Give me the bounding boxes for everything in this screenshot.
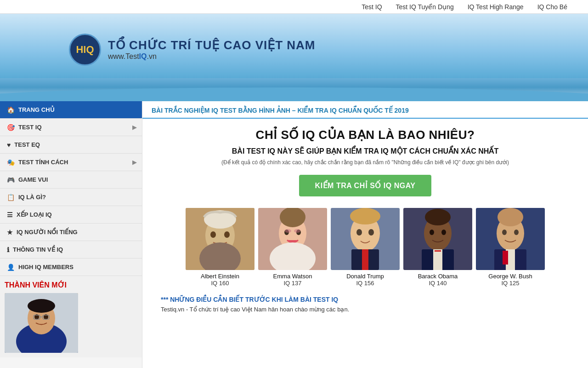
- svg-point-13: [210, 231, 216, 238]
- svg-point-42: [502, 230, 507, 235]
- sidebar-item-iq-nguoi-noi-tieng[interactable]: ★ IQ NGƯỜI NỔI TIẾNG: [0, 224, 142, 241]
- celeb-name-obama: Barack Obama: [403, 273, 472, 280]
- sidebar-item-test-eq[interactable]: ♥ TEST EQ: [0, 136, 142, 154]
- svg-point-14: [224, 231, 230, 238]
- celebrities-row: Albert Einstein IQ 160: [152, 208, 579, 287]
- nav-test-iq-tuyen-dung[interactable]: Test IQ Tuyển Dụng: [389, 0, 461, 14]
- svg-point-22: [285, 229, 291, 233]
- footer-note-text: Testiq.vn - Tổ chức trí tuệ cao Việt Nam…: [161, 306, 570, 313]
- svg-rect-46: [503, 251, 508, 264]
- svg-rect-37: [433, 249, 442, 270]
- sidebar-label-game-vui: GAME VUI: [18, 176, 48, 183]
- celeb-emma: Emma Watson IQ 137: [258, 208, 327, 287]
- info-icon: ℹ: [7, 246, 9, 253]
- main-heading: CHỈ SỐ IQ CỦA BẠN LÀ BAO NHIÊU?: [152, 128, 579, 142]
- celeb-photo-einstein: [186, 208, 254, 270]
- celeb-obama: Barack Obama IQ 140: [403, 208, 472, 287]
- nav-test-iq[interactable]: Test IQ: [355, 0, 389, 14]
- celeb-name-einstein: Albert Einstein: [186, 273, 254, 280]
- celeb-photo-emma: [258, 208, 327, 270]
- top-navigation: Test IQ Test IQ Tuyển Dụng IQ Test High …: [0, 0, 588, 14]
- user-icon: 👤: [7, 264, 15, 271]
- site-url: www.TestIQ.vn: [108, 52, 316, 61]
- celeb-iq-obama: IQ 140: [403, 280, 472, 287]
- svg-point-43: [514, 230, 519, 235]
- content-body: CHỈ SỐ IQ CỦA BẠN LÀ BAO NHIÊU? BÀI TEST…: [142, 119, 588, 322]
- sidebar-item-high-iq-members[interactable]: 👤 HIGH IQ MEMBERS: [0, 259, 142, 276]
- celeb-iq-emma: IQ 137: [258, 280, 327, 287]
- list-icon: ☰: [7, 211, 13, 218]
- clipboard-icon: 📋: [7, 194, 15, 201]
- celeb-name-trump: Donald Trump: [331, 273, 400, 280]
- main-layout: 🏠 TRANG CHỦ 🎯 TEST IQ ▶ ♥ TEST EQ 🎭 TEST…: [0, 101, 588, 368]
- sidebar-label-test-tinh-cach: TEST TÍNH CÁCH: [18, 159, 68, 166]
- check-iq-button[interactable]: KIỂM TRA CHỈ SỐ IQ NGAY: [299, 175, 432, 196]
- svg-point-23: [294, 229, 300, 233]
- chevron-right-icon-2: ▶: [132, 159, 136, 166]
- svg-point-35: [441, 230, 446, 235]
- svg-point-41: [498, 208, 523, 226]
- sidebar-label-trang-chu: TRANG CHỦ: [18, 106, 55, 113]
- sidebar-item-thong-tin-iq[interactable]: ℹ THÔNG TIN VỀ IQ: [0, 241, 142, 259]
- footer-note: *** NHỮNG ĐIỀU CẦN BIẾT TRƯỚC KHI LÀM BÀ…: [152, 296, 579, 313]
- sidebar-item-test-iq[interactable]: 🎯 TEST IQ ▶: [0, 119, 142, 136]
- celeb-trump: Donald Trump IQ 156: [331, 208, 400, 287]
- header-wave-decoration: [0, 78, 588, 101]
- heart-icon: ♥: [7, 141, 11, 149]
- celeb-photo-trump: [331, 208, 400, 270]
- sidebar-item-game-vui[interactable]: 🎮 GAME VUI: [0, 171, 142, 189]
- gamepad-icon: 🎮: [7, 176, 15, 184]
- sidebar-label-iq-la-gi: IQ LÀ GÌ?: [18, 194, 46, 201]
- celeb-photo-bush: [476, 208, 545, 270]
- chevron-right-icon: ▶: [132, 124, 136, 131]
- main-content: BÀI TRẮC NGHIỆM IQ TEST BẰNG HÌNH ẢNH – …: [142, 101, 588, 368]
- sidebar: 🏠 TRANG CHỦ 🎯 TEST IQ ▶ ♥ TEST EQ 🎭 TEST…: [0, 101, 142, 368]
- sidebar-label-iq-nguoi-noi-tieng: IQ NGƯỜI NỔI TIẾNG: [17, 229, 78, 236]
- svg-point-28: [368, 229, 374, 236]
- svg-point-3: [28, 299, 55, 313]
- sidebar-members-section: THÀNH VIÊN MỚI: [0, 276, 142, 357]
- site-title: TỔ CHỨC TRÍ TUỆ CAO VIỆT NAM: [108, 38, 316, 52]
- sidebar-label-thong-tin-iq: THÔNG TIN VỀ IQ: [13, 246, 63, 253]
- content-header: BÀI TRẮC NGHIỆM IQ TEST BẰNG HÌNH ẢNH – …: [142, 101, 588, 119]
- sidebar-label-high-iq-members: HIGH IQ MEMBERS: [18, 264, 74, 270]
- star-icon: ★: [7, 229, 13, 236]
- member-photo-image: [5, 293, 78, 353]
- target-icon: 🎯: [7, 124, 15, 131]
- svg-point-18: [280, 208, 305, 227]
- mask-icon: 🎭: [7, 159, 15, 166]
- nav-iq-cho-be[interactable]: IQ Cho Bé: [531, 0, 574, 14]
- sidebar-item-xep-loai-iq[interactable]: ☰ XẾP LOẠI IQ: [0, 206, 142, 224]
- sub-heading: BÀI TEST IQ NÀY SẼ GIÚP BẠN KIỂM TRA IQ …: [152, 147, 579, 155]
- home-icon: 🏠: [7, 106, 15, 114]
- members-title: THÀNH VIÊN MỚI: [5, 281, 137, 289]
- svg-point-26: [350, 208, 380, 224]
- footer-note-title: *** NHỮNG ĐIỀU CẦN BIẾT TRƯỚC KHI LÀM BÀ…: [161, 296, 570, 303]
- logo-area: HIQ TỔ CHỨC TRÍ TUỆ CAO VIỆT NAM www.Tes…: [9, 34, 316, 66]
- celeb-iq-bush: IQ 125: [476, 280, 545, 287]
- logo-icon: HIQ: [69, 34, 101, 66]
- breadcrumb-text: BÀI TRẮC NGHIỆM IQ TEST BẰNG HÌNH ẢNH – …: [152, 107, 579, 114]
- sidebar-item-iq-la-gi[interactable]: 📋 IQ LÀ GÌ?: [0, 189, 142, 206]
- celeb-bush: George W. Bush IQ 125: [476, 208, 545, 287]
- sidebar-item-test-tinh-cach[interactable]: 🎭 TEST TÍNH CÁCH ▶: [0, 154, 142, 171]
- member-photo: [5, 293, 78, 353]
- celeb-name-emma: Emma Watson: [258, 273, 327, 280]
- sidebar-label-test-eq: TEST EQ: [14, 141, 40, 148]
- sidebar-item-trang-chu[interactable]: 🏠 TRANG CHỦ: [0, 101, 142, 119]
- celeb-iq-einstein: IQ 160: [186, 280, 254, 287]
- sidebar-label-xep-loai-iq: XẾP LOẠI IQ: [17, 211, 52, 218]
- nav-iq-test-high-range[interactable]: IQ Test High Range: [461, 0, 531, 14]
- note-text: (Để kết quả có độ chính xác cao, hãy chắ…: [152, 159, 579, 166]
- svg-point-34: [430, 230, 434, 235]
- celeb-photo-obama: [403, 208, 472, 270]
- svg-rect-30: [362, 249, 368, 270]
- celeb-einstein: Albert Einstein IQ 160: [186, 208, 254, 287]
- celeb-iq-trump: IQ 156: [331, 280, 400, 287]
- svg-point-27: [356, 229, 362, 236]
- site-header: HIQ TỔ CHỨC TRÍ TUỆ CAO VIỆT NAM www.Tes…: [0, 14, 588, 101]
- celeb-name-bush: George W. Bush: [476, 273, 545, 280]
- svg-rect-38: [435, 250, 441, 252]
- svg-point-33: [425, 209, 451, 225]
- sidebar-label-test-iq: TEST IQ: [18, 124, 42, 131]
